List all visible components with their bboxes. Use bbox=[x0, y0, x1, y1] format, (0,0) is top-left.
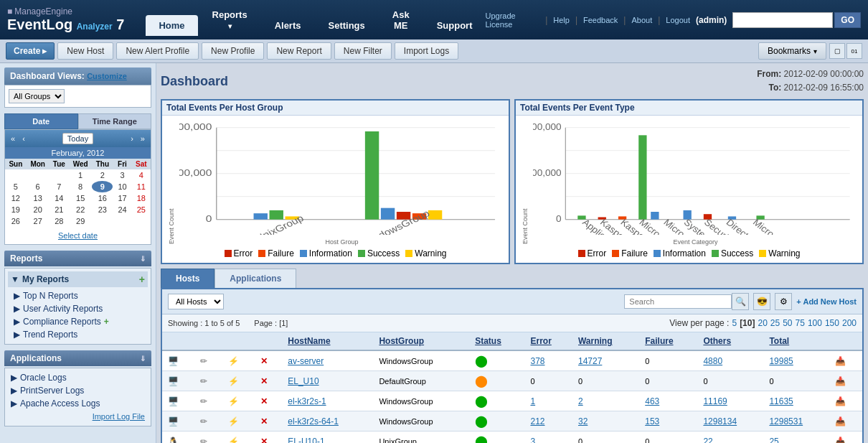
logout-link[interactable]: Logout bbox=[666, 16, 690, 24]
host-search-input[interactable] bbox=[624, 294, 732, 309]
cal-cell[interactable] bbox=[132, 215, 151, 227]
import-logs-button[interactable]: Import Logs bbox=[395, 42, 458, 60]
cal-cell[interactable]: 20 bbox=[27, 204, 49, 215]
cal-cell[interactable] bbox=[92, 215, 113, 227]
per-page-200[interactable]: 200 bbox=[842, 318, 857, 328]
delete-icon[interactable]: ✕ bbox=[260, 416, 268, 426]
edit-icon[interactable]: ✏ bbox=[200, 437, 207, 443]
nav-reports[interactable]: Reports bbox=[199, 4, 260, 36]
delete-icon[interactable]: ✕ bbox=[260, 396, 268, 406]
cal-today-button[interactable]: Today bbox=[62, 133, 93, 144]
top-n-reports-item[interactable]: ▶ Top N Reports bbox=[8, 289, 148, 302]
per-page-5[interactable]: 5 bbox=[732, 318, 737, 328]
hostname-link[interactable]: av-server bbox=[288, 356, 324, 366]
cell-link[interactable]: 4880 bbox=[703, 356, 722, 366]
settings-icon[interactable]: ⚡ bbox=[228, 356, 239, 366]
failure-sort[interactable]: Failure bbox=[645, 336, 673, 346]
edit-icon[interactable]: ✏ bbox=[200, 396, 207, 406]
cal-cell[interactable]: 22 bbox=[69, 204, 92, 215]
settings-icon[interactable]: ⚡ bbox=[228, 396, 239, 406]
hostname-link[interactable]: el-k3r2s-64-1 bbox=[288, 416, 339, 426]
cal-prev-month[interactable]: ‹ bbox=[19, 134, 28, 143]
cal-cell[interactable]: 1 bbox=[69, 169, 92, 181]
cal-cell[interactable]: 17 bbox=[113, 192, 131, 204]
export-icon[interactable]: 📥 bbox=[835, 437, 846, 443]
cal-cell[interactable]: 11 bbox=[132, 181, 151, 192]
cell-link[interactable]: 32 bbox=[578, 416, 588, 426]
hostname-link[interactable]: EL_U10 bbox=[288, 376, 319, 386]
cal-cell[interactable]: 4 bbox=[132, 169, 151, 181]
screen-mode-button[interactable]: ▢ bbox=[829, 43, 845, 59]
hostname-link[interactable]: EL-U10-1 bbox=[288, 437, 324, 443]
cal-prev-year[interactable]: « bbox=[8, 134, 18, 143]
cal-cell[interactable]: 25 bbox=[132, 204, 151, 215]
cal-cell[interactable]: 12 bbox=[5, 192, 27, 204]
cell-link[interactable]: 11635 bbox=[769, 396, 793, 406]
trend-reports-item[interactable]: ▶ Trend Reports bbox=[8, 328, 148, 341]
total-sort[interactable]: Total bbox=[769, 336, 789, 346]
screen-count-button[interactable]: 01 bbox=[846, 43, 862, 59]
cal-tab-timerange[interactable]: Time Range bbox=[78, 113, 152, 129]
cell-link[interactable]: 14727 bbox=[578, 356, 602, 366]
new-alert-profile-button[interactable]: New Alert Profile bbox=[116, 42, 199, 60]
feedback-link[interactable]: Feedback bbox=[583, 16, 618, 24]
cal-cell[interactable]: 16 bbox=[92, 192, 113, 204]
cell-link[interactable]: 212 bbox=[530, 416, 544, 426]
cal-cell[interactable]: 28 bbox=[49, 215, 69, 227]
cal-cell[interactable]: 5 bbox=[5, 181, 27, 192]
cal-cell[interactable]: 27 bbox=[27, 215, 49, 227]
delete-icon[interactable]: ✕ bbox=[260, 376, 268, 386]
import-log-file-link[interactable]: Import Log File bbox=[93, 412, 145, 421]
hostname-sort[interactable]: HostName bbox=[288, 336, 330, 346]
cal-cell[interactable]: 10 bbox=[113, 181, 131, 192]
cell-link[interactable]: 1298531 bbox=[769, 416, 803, 426]
monitor-icon-button[interactable]: 😎 bbox=[753, 293, 770, 310]
cal-cell[interactable]: 29 bbox=[69, 215, 92, 227]
new-profile-button[interactable]: New Profile bbox=[202, 42, 264, 60]
cal-cell[interactable]: 23 bbox=[92, 204, 113, 215]
select-date-link[interactable]: Select date bbox=[8, 228, 148, 243]
cal-cell[interactable]: 7 bbox=[49, 181, 69, 192]
cal-next-month[interactable]: › bbox=[128, 134, 136, 143]
cal-next-year[interactable]: » bbox=[138, 134, 148, 143]
cal-cell[interactable]: 15 bbox=[69, 192, 92, 204]
per-page-50[interactable]: 50 bbox=[783, 318, 792, 328]
cal-cell[interactable] bbox=[27, 169, 49, 181]
cal-cell[interactable]: 3 bbox=[113, 169, 131, 181]
nav-settings[interactable]: Settings bbox=[316, 15, 378, 36]
export-icon[interactable]: 📥 bbox=[835, 416, 846, 426]
apache-access-logs-item[interactable]: ▶ Apache Access Logs bbox=[8, 397, 148, 410]
nav-alerts[interactable]: Alerts bbox=[262, 15, 314, 36]
hostgroup-sort[interactable]: HostGroup bbox=[379, 336, 424, 346]
cell-link[interactable]: 378 bbox=[530, 356, 544, 366]
cal-cell[interactable]: 18 bbox=[132, 192, 151, 204]
per-page-20[interactable]: 20 bbox=[758, 318, 767, 328]
cal-cell[interactable]: 8 bbox=[69, 181, 92, 192]
search-button[interactable]: 🔍 bbox=[732, 293, 749, 310]
settings-icon-button[interactable]: ⚙ bbox=[775, 293, 792, 310]
cal-cell[interactable]: 14 bbox=[49, 192, 69, 204]
per-page-25[interactable]: 25 bbox=[770, 318, 780, 328]
oracle-logs-item[interactable]: ▶ Oracle Logs bbox=[8, 371, 148, 384]
top-search-button[interactable]: GO bbox=[834, 12, 861, 28]
cal-cell[interactable]: 21 bbox=[49, 204, 69, 215]
error-sort[interactable]: Error bbox=[530, 336, 551, 346]
cal-cell[interactable] bbox=[5, 169, 27, 181]
cell-link[interactable]: 1 bbox=[530, 396, 535, 406]
cell-link[interactable]: 1298134 bbox=[703, 416, 737, 426]
per-page-100[interactable]: 100 bbox=[808, 318, 822, 328]
add-new-host-link[interactable]: + Add New Host bbox=[796, 297, 857, 306]
cal-tab-date[interactable]: Date bbox=[4, 113, 78, 129]
hosts-tab-hosts[interactable]: Hosts bbox=[161, 269, 214, 288]
printserver-logs-item[interactable]: ▶ PrintServer Logs bbox=[8, 384, 148, 397]
settings-icon[interactable]: ⚡ bbox=[228, 416, 239, 426]
cal-cell[interactable] bbox=[49, 169, 69, 181]
cell-link[interactable]: 25 bbox=[769, 437, 778, 443]
per-page-75[interactable]: 75 bbox=[796, 318, 805, 328]
cell-link[interactable]: 3 bbox=[530, 437, 535, 443]
export-icon[interactable]: 📥 bbox=[835, 376, 846, 386]
compliance-reports-item[interactable]: ▶ Compliance Reports + bbox=[8, 315, 148, 328]
about-link[interactable]: About bbox=[631, 16, 652, 24]
my-reports-toggle[interactable]: ▼ My Reports bbox=[11, 274, 69, 284]
compliance-add-icon[interactable]: + bbox=[104, 317, 109, 327]
